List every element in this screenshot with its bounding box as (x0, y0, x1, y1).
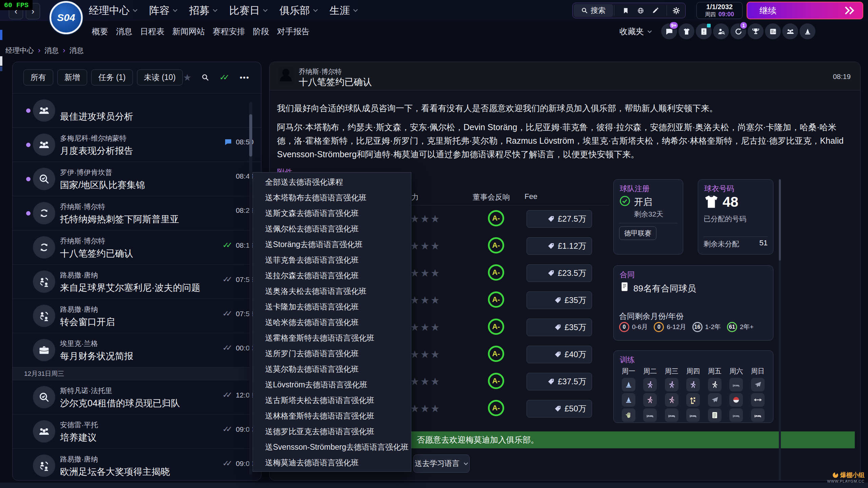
menu-item[interactable]: 送菲克鲁去德语语言强化班 (253, 252, 411, 268)
sub-nav-item[interactable]: 对手报告 (276, 24, 311, 39)
main-nav-item[interactable]: 比赛日 (229, 4, 268, 18)
training-session-tile[interactable] (686, 408, 700, 422)
training-session-tile[interactable] (622, 408, 635, 422)
star-icon[interactable]: ★ (183, 72, 191, 83)
training-session-tile[interactable] (686, 378, 700, 391)
shortcut-button[interactable] (748, 23, 764, 39)
menu-item[interactable]: 送Storäng去德语语言强化班 (253, 237, 411, 252)
sub-nav-item[interactable]: 消息 (115, 24, 133, 39)
message-list-item[interactable]: 斯特凡诺·法托里 沙尔克04租借的球员现已归队 ✓✓ 12:03 (13, 380, 261, 414)
inbox-tab[interactable]: 任务 (1) (91, 69, 133, 85)
fee-button[interactable]: £35万 (527, 319, 592, 336)
main-nav-item[interactable]: 阵容 (149, 4, 178, 18)
training-day-column[interactable]: 周四 (683, 366, 704, 424)
shortcut-button[interactable]: 9+ (661, 23, 677, 39)
training-session-tile[interactable] (665, 378, 678, 391)
menu-item[interactable]: 送所罗门去德语语言强化班 (253, 346, 411, 361)
message-list-item[interactable]: 罗伊·博伊肯坎普 国家/地区队比赛集锦 08:49 (13, 162, 261, 196)
training-session-tile[interactable] (751, 378, 765, 391)
menu-item[interactable]: 送霍格奎斯特去德语语言强化班 (253, 330, 411, 346)
sub-nav-item[interactable]: 概要 (91, 24, 109, 39)
message-list-item[interactable]: 乔纳斯·博尔特 十八笔签约已确认 ✓✓ 08:19 (13, 230, 261, 264)
message-sender[interactable]: 乔纳斯·博尔特 (299, 67, 342, 76)
menu-item[interactable]: 送斯文森去德语语言强化班 (253, 205, 411, 221)
training-session-tile[interactable] (622, 378, 635, 391)
search-button[interactable]: 搜索 (574, 4, 613, 17)
breadcrumb-item[interactable]: 消息 (70, 46, 84, 55)
inbox-tab[interactable]: 新增 (57, 69, 87, 85)
sub-nav-item[interactable]: 赛程安排 (212, 24, 246, 39)
sub-nav-item[interactable]: 阶段 (252, 24, 270, 39)
more-options-icon[interactable]: ••• (240, 73, 250, 82)
fee-button[interactable]: £37.5万 (527, 373, 592, 390)
shortcut-button[interactable] (713, 23, 729, 39)
message-list-item[interactable]: 路易撒·唐纳 转会窗口开启 ✓✓ 07:53 (13, 299, 261, 333)
message-list-item[interactable]: 多梅尼科·维尔纳蒙特 月度表现分析报告 08:50 (13, 127, 261, 162)
menu-item[interactable]: 全部送去德语强化课程 (253, 174, 411, 190)
scrollbar-track[interactable] (249, 102, 252, 475)
main-nav-item[interactable]: 招募 (189, 4, 218, 18)
fee-button[interactable]: £50万 (527, 400, 592, 418)
scrollbar-thumb[interactable] (249, 114, 252, 157)
training-session-tile[interactable] (643, 393, 657, 407)
training-session-tile[interactable] (729, 393, 743, 407)
fee-button[interactable]: £27.5万 (527, 210, 592, 228)
inbox-tab[interactable]: 所有 (23, 69, 53, 85)
message-list-item[interactable]: 最佳进攻球员分析 (13, 93, 261, 127)
sub-nav-item[interactable]: 新闻网站 (171, 24, 206, 39)
menu-item[interactable]: 送莫尔勒去德语语言强化班 (253, 361, 411, 377)
breadcrumb-item[interactable]: 消息 (44, 46, 59, 55)
fee-button[interactable]: £1.12万 (527, 237, 592, 255)
training-session-tile[interactable] (729, 408, 743, 422)
fee-button[interactable]: £40万 (527, 346, 592, 363)
menu-item[interactable]: 送林格奎斯特去德语语言强化班 (253, 408, 411, 424)
menu-item[interactable]: 送哈米德去德语语言强化班 (253, 314, 411, 330)
bookmark-icon[interactable] (622, 7, 629, 14)
menu-item[interactable]: 送Lövström去德语语言强化班 (253, 377, 411, 392)
sub-nav-item[interactable]: 日程表 (139, 24, 165, 39)
game-date[interactable]: 1/1/2032 周四 09:00 (696, 2, 743, 19)
shortcut-button[interactable] (782, 23, 798, 39)
favorites-dropdown[interactable]: 收藏夹 (619, 21, 652, 42)
inbox-tab[interactable]: 未读 (10) (137, 69, 183, 85)
search-icon[interactable] (201, 74, 209, 81)
league-chip[interactable]: 德甲联赛 (619, 226, 656, 240)
menu-item[interactable]: 送奥洛夫松去德语语言强化班 (253, 283, 411, 299)
pencil-icon[interactable] (652, 7, 659, 14)
main-nav-item[interactable]: 经理中心 (89, 4, 138, 18)
training-day-column[interactable]: 周一 (618, 366, 639, 424)
message-list-item[interactable]: 路易撒·唐纳 来自足球界艾尔塞利尼·波夫的问题 ✓✓ 07:56 (13, 264, 261, 299)
training-day-column[interactable]: 周二 (639, 366, 661, 424)
menu-item[interactable]: 送拉尔森去德语语言强化班 (253, 268, 411, 283)
menu-item[interactable]: 送本塔勒布去德语语言强化班 (253, 190, 411, 205)
shortcut-button[interactable]: 1 (730, 23, 746, 39)
training-day-column[interactable]: 周六 (726, 366, 747, 424)
main-nav-item[interactable]: 俱乐部 (279, 4, 318, 18)
training-session-tile[interactable] (708, 408, 722, 422)
message-list-item[interactable]: 乔纳斯·博尔特 托特纳姆热刺签下阿斯普里亚 08:29 (13, 196, 261, 230)
training-session-tile[interactable] (665, 408, 678, 422)
scrollbar-thumb[interactable] (779, 179, 781, 261)
shortcut-button[interactable] (800, 23, 815, 39)
club-logo[interactable]: S04 (50, 1, 83, 34)
menu-item[interactable]: 送卡隆加去德语语言强化班 (253, 299, 411, 314)
menu-item[interactable]: 送古斯塔夫松去德语语言强化班 (253, 392, 411, 408)
fee-button[interactable]: £35万 (527, 291, 592, 309)
globe-icon[interactable] (637, 7, 644, 14)
training-day-column[interactable]: 周三 (661, 366, 683, 424)
message-list-item[interactable]: 安德雷·平托 培养建议 ✓✓ 09:00 (13, 414, 261, 448)
training-session-tile[interactable] (643, 408, 657, 422)
training-session-tile[interactable] (708, 393, 722, 407)
training-session-tile[interactable] (729, 378, 743, 391)
menu-item[interactable]: 送Svensson-Strömberg去德语语言强化班 (253, 439, 411, 455)
send-language-course-button[interactable]: 送去学习语言 (413, 454, 470, 473)
fee-button[interactable]: £23.5万 (527, 264, 592, 282)
training-session-tile[interactable] (708, 378, 722, 391)
continue-button[interactable]: 继续 (747, 2, 863, 19)
training-session-tile[interactable] (665, 393, 678, 407)
training-session-tile[interactable] (622, 393, 635, 407)
menu-item[interactable]: 送梅莫迪去德语语言强化班 (253, 455, 411, 470)
shortcut-button[interactable] (696, 23, 712, 39)
training-day-column[interactable]: 周日 (747, 366, 769, 424)
training-session-tile[interactable] (643, 378, 657, 391)
